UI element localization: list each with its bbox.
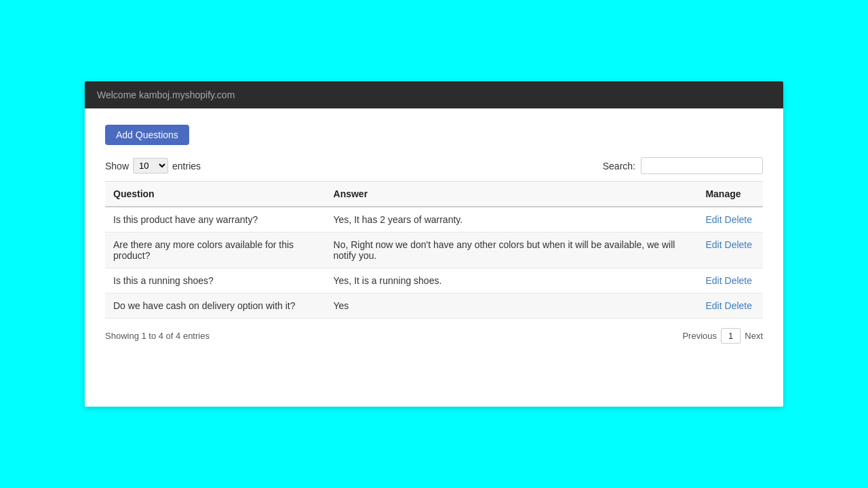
next-button[interactable]: Next xyxy=(745,331,763,341)
pagination-row: Showing 1 to 4 of 4 entries Previous 1 N… xyxy=(105,328,763,344)
main-window: Welcome kamboj.myshopify.com Add Questio… xyxy=(85,81,783,407)
show-entries-control: Show 10 25 50 100 entries xyxy=(105,158,201,174)
delete-link[interactable]: Delete xyxy=(725,239,752,250)
search-label: Search: xyxy=(603,161,635,171)
page-number[interactable]: 1 xyxy=(721,328,741,344)
questions-table: Question Answer Manage Is this product h… xyxy=(105,181,763,319)
cell-manage: EditDelete xyxy=(697,232,763,268)
add-questions-button[interactable]: Add Questions xyxy=(105,125,189,145)
col-manage: Manage xyxy=(697,182,763,207)
search-input[interactable] xyxy=(641,157,763,174)
cell-answer: Yes, It is a running shoes. xyxy=(326,268,698,293)
cell-manage: EditDelete xyxy=(697,293,763,319)
cell-question: Are there any more colors available for … xyxy=(105,232,326,268)
show-label: Show xyxy=(105,161,129,171)
table-header-row: Question Answer Manage xyxy=(105,182,763,207)
cell-question: Is this product have any warranty? xyxy=(105,207,326,232)
previous-button[interactable]: Previous xyxy=(682,331,717,341)
col-question: Question xyxy=(105,182,326,207)
entries-select[interactable]: 10 25 50 100 xyxy=(133,158,168,174)
delete-link[interactable]: Delete xyxy=(725,300,752,311)
edit-link[interactable]: Edit xyxy=(705,214,722,225)
delete-link[interactable]: Delete xyxy=(725,214,752,225)
cell-answer: No, Right now we don't have any other co… xyxy=(326,232,698,268)
showing-text: Showing 1 to 4 of 4 entries xyxy=(105,331,210,341)
cell-answer: Yes xyxy=(326,293,698,319)
table-row: Do we have cash on delivery option with … xyxy=(105,293,763,319)
cell-answer: Yes, It has 2 years of warranty. xyxy=(326,207,698,232)
table-controls: Show 10 25 50 100 entries Search: xyxy=(105,157,763,174)
cell-question: Do we have cash on delivery option with … xyxy=(105,293,326,319)
content-area: Add Questions Show 10 25 50 100 entries … xyxy=(85,108,783,371)
col-answer: Answer xyxy=(326,182,698,207)
edit-link[interactable]: Edit xyxy=(705,300,722,311)
cell-manage: EditDelete xyxy=(697,207,763,232)
edit-link[interactable]: Edit xyxy=(705,275,722,286)
pagination-controls: Previous 1 Next xyxy=(682,328,763,344)
table-row: Is this a running shoes?Yes, It is a run… xyxy=(105,268,763,293)
table-row: Is this product have any warranty?Yes, I… xyxy=(105,207,763,232)
entries-label: entries xyxy=(172,161,201,171)
delete-link[interactable]: Delete xyxy=(725,275,752,286)
welcome-text: Welcome kamboj.myshopify.com xyxy=(97,89,235,100)
edit-link[interactable]: Edit xyxy=(705,239,722,250)
table-row: Are there any more colors available for … xyxy=(105,232,763,268)
cell-question: Is this a running shoes? xyxy=(105,268,326,293)
cell-manage: EditDelete xyxy=(697,268,763,293)
search-area: Search: xyxy=(603,157,763,174)
topbar: Welcome kamboj.myshopify.com xyxy=(85,81,783,108)
